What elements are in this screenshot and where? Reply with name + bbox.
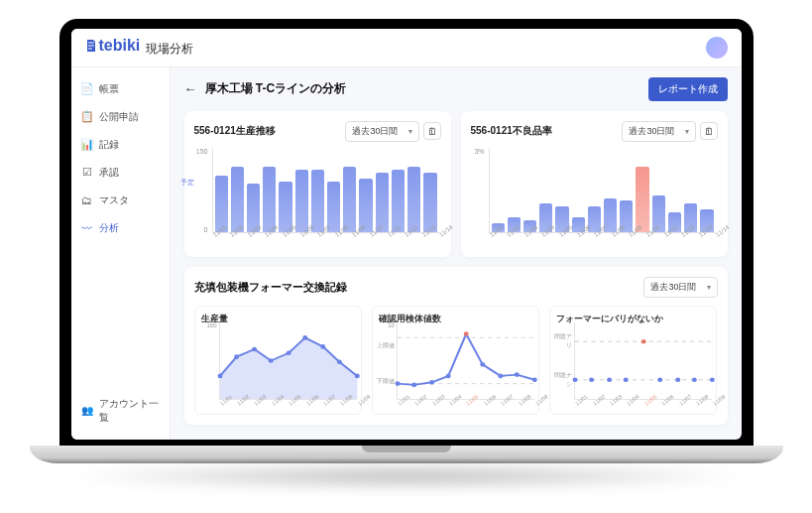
x-tick: 11/07 [316, 233, 325, 244]
select-value: 過去30日間 [629, 125, 674, 138]
x-tick: 11/09 [712, 402, 719, 411]
x-tick: 11/06 [576, 233, 585, 244]
svg-point-1 [217, 373, 222, 378]
bar [327, 182, 340, 232]
y-tick: 0 [194, 226, 208, 233]
bar-chart-defect: 3% 11/0111/0211/0311/0411/0511/0611/0711… [471, 148, 718, 247]
create-report-button[interactable]: レポート作成 [648, 77, 728, 101]
svg-point-18 [498, 373, 503, 378]
x-tick: 11/04 [540, 233, 549, 244]
x-tick: 11/08 [695, 402, 702, 411]
chevron-down-icon: ▾ [685, 127, 689, 136]
bar [263, 167, 276, 231]
svg-point-19 [515, 372, 520, 377]
sidebar-item-accounts[interactable]: 👥アカウント一覧 [71, 390, 170, 432]
svg-point-29 [675, 377, 680, 382]
x-tick: 11/02 [229, 233, 238, 244]
chart-sample-count: 確認用検体値数 10上限値下限値 11/0111/0211/031 [372, 306, 539, 415]
x-tick: 11/09 [357, 402, 364, 411]
document-icon: 📄 [81, 82, 93, 95]
sidebar-item-publish[interactable]: 📋公開申請 [71, 103, 170, 131]
svg-point-7 [320, 344, 325, 349]
range-select[interactable]: 過去30日間▾ [622, 121, 695, 142]
select-value: 過去30日間 [650, 281, 696, 294]
x-tick: 11/01 [574, 402, 581, 411]
calendar-icon: 🗓 [427, 126, 437, 137]
x-tick: 11/03 [431, 402, 438, 411]
x-tick: 11/12 [680, 233, 689, 244]
x-tick: 11/07 [678, 402, 685, 411]
sidebar-item-analysis[interactable]: 〰分析 [71, 214, 170, 242]
sidebar: 📄帳票 📋公開申請 📊記録 ☑承認 🗂マスタ 〰分析 👥アカウント一覧 [71, 67, 171, 440]
svg-point-2 [234, 354, 239, 359]
sidebar-item-master[interactable]: 🗂マスタ [71, 187, 170, 214]
y-tick: 上限値 [375, 341, 395, 350]
svg-point-28 [657, 377, 662, 382]
check-icon: ☑ [81, 166, 93, 179]
sidebar-item-label: マスタ [99, 193, 129, 207]
x-tick: 11/10 [645, 233, 654, 244]
x-tick: 11/05 [282, 233, 290, 244]
x-tick: 11/06 [299, 233, 308, 244]
y-tick: 問題アリ [552, 332, 572, 350]
x-tick: 11/02 [506, 233, 515, 244]
bar [311, 170, 324, 231]
sidebar-item-label: 記録 [99, 138, 119, 152]
svg-point-25 [607, 377, 612, 382]
x-tick: 11/03 [523, 233, 532, 244]
section-former-log: 充填包装機フォーマー交換記録 過去30日間▾ 生産量 100 [184, 267, 728, 425]
x-tick: 11/09 [534, 402, 541, 411]
x-tick: 11/04 [264, 233, 273, 244]
svg-point-14 [429, 380, 434, 385]
brand-sub: 現場分析 [146, 41, 193, 58]
sidebar-item-forms[interactable]: 📄帳票 [71, 75, 170, 103]
x-tick: 11/02 [592, 402, 599, 411]
range-select[interactable]: 過去30日間▾ [345, 121, 418, 142]
x-tick: 11/07 [322, 402, 329, 411]
x-tick: 11/06 [483, 402, 490, 411]
app-header: tebiki 現場分析 [71, 29, 742, 67]
svg-marker-0 [220, 337, 357, 399]
target-label: 予定 [180, 178, 194, 188]
svg-point-23 [573, 377, 578, 382]
bar [423, 173, 436, 232]
svg-point-24 [589, 377, 594, 382]
sidebar-item-label: アカウント一覧 [99, 397, 160, 425]
sidebar-item-approval[interactable]: ☑承認 [71, 159, 170, 187]
y-tick: 問題ナシ [552, 371, 572, 389]
chart-burr-check: フォーマーにバリがないか 問題アリ問題ナシ 11/0111/0211/0311/… [549, 306, 717, 415]
y-tick: 10 [375, 322, 395, 328]
svg-point-30 [692, 377, 697, 382]
folder-icon: 🗂 [81, 194, 93, 206]
clipboard-icon: 📋 [81, 110, 93, 123]
bar [343, 167, 356, 231]
x-tick: 11/05 [643, 402, 650, 411]
sidebar-item-records[interactable]: 📊記録 [71, 131, 170, 159]
sidebar-item-label: 分析 [99, 221, 119, 235]
x-tick: 11/05 [288, 402, 294, 411]
x-tick: 11/05 [465, 402, 472, 411]
svg-point-5 [286, 350, 290, 355]
x-tick: 11/09 [351, 233, 360, 244]
sidebar-item-label: 承認 [99, 166, 119, 180]
svg-point-4 [268, 358, 273, 363]
x-tick: 11/08 [611, 233, 620, 244]
x-tick: 11/12 [404, 233, 412, 244]
x-tick: 11/04 [448, 402, 455, 411]
calendar-icon: 🗓 [704, 126, 714, 137]
svg-point-9 [354, 373, 359, 378]
svg-point-16 [464, 331, 469, 336]
avatar[interactable] [706, 37, 728, 59]
x-tick: 11/09 [628, 233, 637, 244]
select-value: 過去30日間 [352, 125, 398, 138]
bar [295, 170, 308, 231]
wave-icon: 〰 [81, 222, 93, 234]
x-tick: 11/01 [219, 402, 226, 411]
back-button[interactable]: ← [184, 81, 197, 96]
calendar-button[interactable]: 🗓 [423, 122, 441, 140]
brand-name: tebiki [99, 37, 141, 55]
x-tick: 11/08 [518, 402, 524, 411]
range-select[interactable]: 過去30日間▾ [643, 277, 717, 298]
sidebar-item-label: 公開申請 [99, 110, 139, 124]
calendar-button[interactable]: 🗓 [700, 122, 718, 140]
